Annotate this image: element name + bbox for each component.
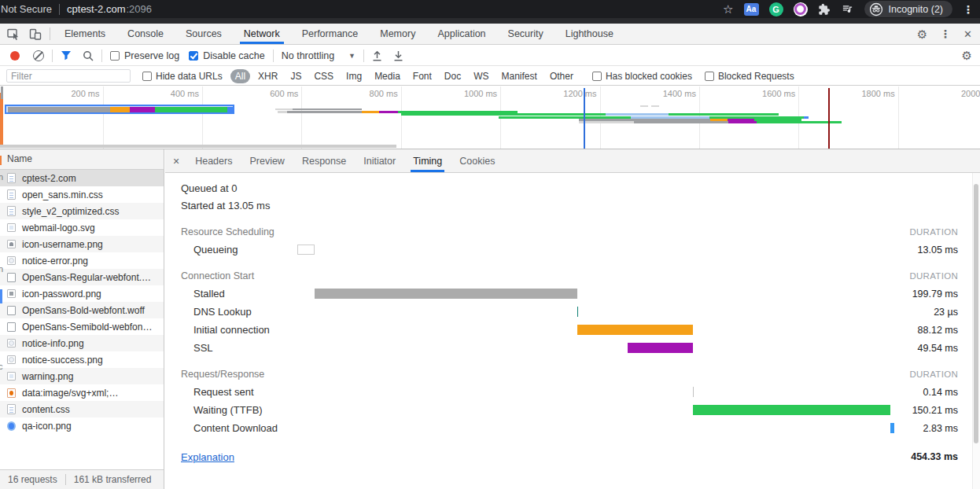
detail-tab-cookies[interactable]: Cookies <box>451 149 503 172</box>
detail-tab-initiator[interactable]: Initiator <box>355 149 404 172</box>
waterfall-segment <box>227 107 233 112</box>
disable-cache-checkbox[interactable]: Disable cache <box>189 50 265 61</box>
incognito-badge[interactable]: Incognito (2) <box>864 1 952 17</box>
export-har-icon[interactable] <box>393 50 403 61</box>
waterfall-segment <box>379 111 398 113</box>
overview-tick-label: 200 ms <box>53 89 100 98</box>
preserve-log-checkbox[interactable]: Preserve log <box>110 50 179 61</box>
device-toolbar-icon[interactable] <box>29 28 42 40</box>
requests-panel: Name cptest-2.comopen_sans.min.cssstyle_… <box>0 149 164 489</box>
filter-type-css[interactable]: CSS <box>309 69 338 83</box>
detail-close-icon[interactable]: × <box>173 155 179 167</box>
request-row[interactable]: OpenSans-Bold-webfont.woff <box>0 302 164 318</box>
playlist-music-icon[interactable] <box>841 3 854 15</box>
detail-tab-preview[interactable]: Preview <box>241 149 293 172</box>
tab-elements[interactable]: Elements <box>53 24 116 44</box>
request-row[interactable]: open_sans.min.css <box>0 186 164 203</box>
detail-scrollbar[interactable] <box>972 173 980 489</box>
filter-toggle-icon[interactable] <box>61 50 72 61</box>
request-row[interactable]: notice-info.png <box>0 335 164 351</box>
network-overview-timeline[interactable]: 200 ms400 ms600 ms800 ms1000 ms1200 ms14… <box>0 86 980 149</box>
filter-type-font[interactable]: Font <box>408 69 437 83</box>
preserve-log-box[interactable] <box>110 51 120 61</box>
clear-button[interactable] <box>33 50 44 61</box>
detail-tab-headers[interactable]: Headers <box>186 149 241 172</box>
detail-tab-response[interactable]: Response <box>293 149 355 172</box>
tab-network[interactable]: Network <box>233 24 291 44</box>
request-row[interactable]: notice-success.png <box>0 351 164 368</box>
record-button[interactable] <box>10 51 20 61</box>
waterfall-segment <box>640 105 648 107</box>
requests-name-header[interactable]: Name <box>0 149 164 170</box>
request-row[interactable]: notice-error.png <box>0 252 164 269</box>
inspect-element-icon[interactable] <box>7 28 20 40</box>
waterfall-segment <box>1 86 3 99</box>
request-type-icon <box>7 322 16 332</box>
tab-application[interactable]: Application <box>426 24 496 44</box>
timing-sections: Resource SchedulingDURATIONQueueing13.05… <box>181 223 980 437</box>
tab-console[interactable]: Console <box>116 24 175 44</box>
disable-cache-box[interactable] <box>189 51 198 61</box>
filter-type-ws[interactable]: WS <box>469 69 493 83</box>
request-row[interactable]: cptest-2.com <box>0 170 164 186</box>
timing-phase-label: SSL <box>193 342 213 354</box>
request-row[interactable]: qa-icon.png <box>0 417 164 434</box>
timing-duration-value: 88.12 ms <box>918 325 958 336</box>
request-row[interactable]: warning.png <box>0 368 164 384</box>
bookmark-star-icon[interactable]: ☆ <box>723 3 733 15</box>
tab-performance[interactable]: Performance <box>291 24 370 44</box>
network-settings-icon[interactable]: ⚙ <box>962 50 972 61</box>
request-row[interactable]: icon-username.png <box>0 236 164 252</box>
filter-type-other[interactable]: Other <box>545 69 578 83</box>
blocked-requests-checkbox[interactable]: Blocked Requests <box>705 71 794 82</box>
filter-type-xhr[interactable]: XHR <box>253 69 282 83</box>
extension-grammarly-icon[interactable]: G <box>769 2 783 17</box>
filter-type-doc[interactable]: Doc <box>440 69 466 83</box>
filter-type-manifest[interactable]: Manifest <box>497 69 542 83</box>
request-row[interactable]: data:image/svg+xml;… <box>0 384 164 401</box>
filter-type-media[interactable]: Media <box>370 69 405 83</box>
filter-type-img[interactable]: Img <box>341 69 367 83</box>
tab-sources[interactable]: Sources <box>175 24 233 44</box>
url-host[interactable]: cptest-2.com <box>67 3 125 15</box>
browser-menu-icon[interactable]: ⋮ <box>963 3 974 16</box>
tab-security[interactable]: Security <box>497 24 554 44</box>
filter-type-js[interactable]: JS <box>286 69 306 83</box>
devtools-settings-icon[interactable]: ⚙ <box>917 28 927 40</box>
request-row[interactable]: OpenSans-Semibold-webfon… <box>0 318 164 335</box>
tab-memory[interactable]: Memory <box>369 24 426 44</box>
timing-phase-label: Request sent <box>193 386 254 398</box>
search-icon[interactable] <box>83 50 94 61</box>
request-row[interactable]: OpenSans-Regular-webfont.… <box>0 269 164 285</box>
tab-lighthouse[interactable]: Lighthouse <box>554 24 624 44</box>
timing-phase-label: Waiting (TTFB) <box>193 404 263 416</box>
request-row[interactable]: icon-password.png <box>0 285 164 302</box>
extensions-puzzle-icon[interactable] <box>818 3 831 16</box>
throttling-dropdown[interactable]: No throttling ▼ <box>282 50 356 61</box>
extension-aa-icon[interactable]: Aa <box>744 3 759 16</box>
filter-input[interactable] <box>6 69 131 83</box>
timing-bar-ssl <box>628 343 693 353</box>
has-blocked-cookies-checkbox[interactable]: Has blocked cookies <box>592 71 692 82</box>
extension-lastpass-icon[interactable] <box>794 2 808 17</box>
waterfall-segment <box>155 107 227 112</box>
filter-type-all[interactable]: All <box>230 69 250 83</box>
security-label[interactable]: Not Secure <box>1 3 52 15</box>
request-row[interactable]: webmail-logo.svg <box>0 219 164 236</box>
request-row[interactable]: content.css <box>0 401 164 417</box>
hide-data-urls-checkbox[interactable]: Hide data URLs <box>142 71 223 82</box>
timing-duration-value: 199.79 ms <box>912 289 958 300</box>
explanation-link[interactable]: Explanation <box>181 451 234 463</box>
devtools-close-icon[interactable]: ✕ <box>963 28 972 40</box>
devtools-menu-icon[interactable]: ⋮ <box>940 28 951 40</box>
scrollbar-thumb[interactable] <box>974 184 978 443</box>
waterfall-segment <box>401 113 606 116</box>
detail-tab-timing[interactable]: Timing <box>404 149 451 172</box>
timing-bar-track <box>297 325 895 335</box>
import-har-icon[interactable] <box>372 50 382 61</box>
timing-row-waiting-ttfb: Waiting (TTFB)150.21 ms <box>181 401 980 419</box>
request-row[interactable]: style_v2_optimized.css <box>0 203 164 219</box>
detail-tabbar: × HeadersPreviewResponseInitiatorTimingC… <box>165 149 980 173</box>
timing-duration-value: 13.05 ms <box>918 244 958 256</box>
request-name: warning.png <box>22 371 73 382</box>
